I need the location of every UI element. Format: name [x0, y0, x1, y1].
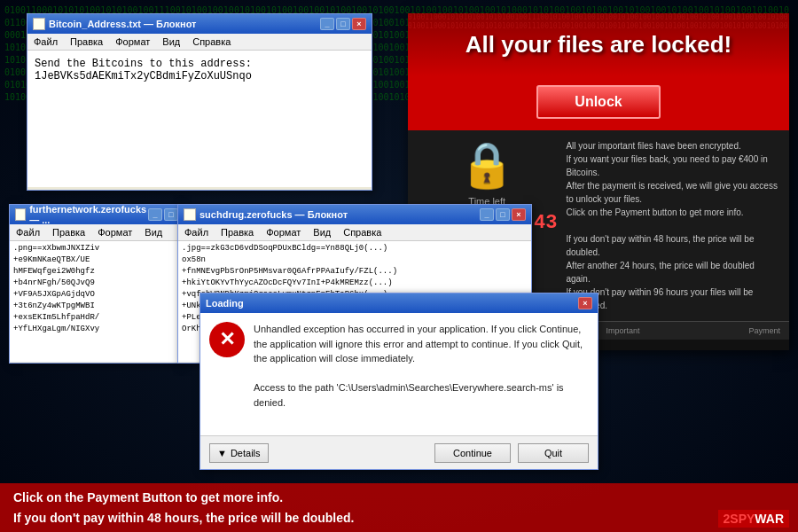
menu-help[interactable]: Справка [190, 35, 233, 48]
list-item: +VF9A5JXGpAGjdqVO [13, 289, 177, 301]
list-item: +3t6nZy4wKTpgMWBI [13, 301, 177, 312]
error-content: ✕ Unhandled exception has occurred in yo… [200, 313, 598, 435]
furthernet-content: .png==xXbwmJNXIZiv +e9KmNKaeQTBX/UE hMFE… [10, 241, 181, 362]
furthernet-menu[interactable]: Файл Правка Формат Вид [10, 224, 181, 241]
watermark: 2SPYWAR [718, 510, 789, 528]
minimize-button[interactable]: _ [480, 208, 494, 221]
notepad-icon [15, 208, 26, 221]
menu-file[interactable]: Файл [182, 226, 211, 239]
menu-help[interactable]: Справка [340, 226, 384, 239]
continue-button[interactable]: Continue [434, 443, 511, 463]
menu-edit[interactable]: Правка [67, 35, 106, 48]
list-item: +exsEKIm5LhfpaHdR/ [13, 312, 177, 324]
ransom-warning1: If you don't pay within 48 hours, the pr… [566, 232, 780, 259]
list-item: ox58n [182, 254, 528, 266]
menu-format[interactable]: Формат [113, 35, 153, 48]
notepad-icon [33, 18, 45, 30]
unlock-btn-container: Unlock [408, 76, 789, 130]
suchdrug-menu[interactable]: Файл Правка Формат Вид Справка [178, 224, 531, 241]
lock-icon: 🔒 [459, 139, 514, 191]
details-label: Details [231, 448, 261, 458]
menu-file[interactable]: Файл [13, 226, 43, 239]
window-controls[interactable]: _ □ × [480, 208, 526, 221]
list-item: +b4nrNFgh/50QJvQ9 [13, 278, 177, 289]
unlock-button[interactable]: Unlock [536, 85, 661, 119]
close-button[interactable]: × [512, 208, 526, 221]
titlebar-left: furthernetwork.zerofucks — ... [15, 204, 148, 225]
list-item: hMFEWqfgei2W0hgfz [13, 266, 177, 278]
details-button[interactable]: ▼ Details [209, 443, 269, 463]
notepad-bitcoin-titlebar[interactable]: Bitcoin_Address.txt — Блокнот _ □ × [27, 14, 372, 34]
bitcoin-address-value: 1JeBVKs5dAEKmiTx2yCBdmiFyZoXuUSnqo [35, 70, 364, 82]
error-title: Loading [206, 298, 244, 309]
menu-view[interactable]: Вид [310, 226, 333, 239]
notepad-bitcoin-content: Send the Bitcoins to this address: 1JeBV… [27, 51, 372, 187]
bitcoin-address-label: Send the Bitcoins to this address: [35, 58, 364, 70]
window-controls[interactable]: _ □ × [320, 18, 366, 30]
furthernet-title: furthernetwork.zerofucks — ... [29, 204, 148, 225]
list-item: +fnMNEvgPbSrOnP5HMsvar0Q6AfrPPAaIufy/FZL… [182, 266, 528, 278]
menu-format[interactable]: Формат [95, 226, 135, 239]
maximize-button[interactable]: □ [496, 208, 510, 221]
notepad-bitcoin-window: Bitcoin_Address.txt — Блокнот _ □ × Файл… [27, 13, 372, 191]
error-path: Access to the path 'C:\Users\admin\Searc… [254, 380, 589, 410]
list-item: .jpg==zkG3cD6vdDSoqPDUxBCldg==Yn88QLj0(.… [182, 243, 528, 254]
menu-view[interactable]: Вид [142, 226, 165, 239]
error-titlebar[interactable]: Loading × [200, 293, 598, 313]
error-message: Unhandled exception has occurred in your… [254, 322, 589, 366]
titlebar-left: Bitcoin_Address.txt — Блокнот [33, 18, 196, 30]
footer-payment[interactable]: Payment [748, 326, 780, 335]
ransom-title: All your files are locked! [426, 31, 771, 59]
menu-edit[interactable]: Правка [218, 226, 256, 239]
notepad-furthernet-window: furthernetwork.zerofucks — ... _ □ × Фай… [9, 204, 182, 364]
titlebar-left: suchdrug.zerofucks — Блокнот [184, 208, 348, 221]
error-dialog: Loading × ✕ Unhandled exception has occu… [200, 293, 598, 470]
notepad-bitcoin-menu[interactable]: Файл Правка Формат Вид Справка [27, 34, 372, 51]
ransom-body-text: All your important files have been encry… [566, 139, 780, 219]
minimize-button[interactable]: _ [148, 208, 162, 221]
error-footer-right: Continue Quit [434, 443, 589, 463]
error-text: Unhandled exception has occurred in your… [254, 322, 589, 426]
error-footer: ▼ Details Continue Quit [200, 435, 598, 469]
ransom-header: 0100110001010101001010100100111001010010… [408, 13, 789, 76]
menu-format[interactable]: Формат [263, 226, 303, 239]
maximize-button[interactable]: □ [336, 18, 350, 30]
error-footer-left: ▼ Details [209, 443, 269, 463]
maximize-button[interactable]: □ [164, 208, 178, 221]
watermark-white: WAR [755, 512, 784, 526]
suchdrug-title: suchdrug.zerofucks — Блокнот [200, 209, 348, 220]
notepad-icon [184, 208, 196, 221]
furthernet-titlebar[interactable]: furthernetwork.zerofucks — ... _ □ × [10, 205, 181, 224]
menu-edit[interactable]: Правка [50, 226, 88, 239]
bottom-line-1: Click on the Payment Button to get more … [13, 488, 785, 507]
bottom-line-2: If you don't pay within 48 hours, the pr… [13, 508, 785, 528]
ransom-header-text: All your files are locked! [426, 31, 771, 59]
close-button[interactable]: × [578, 297, 592, 309]
quit-button[interactable]: Quit [518, 443, 589, 463]
list-item: +YfLHXgaLgm/NIGXvy [13, 324, 177, 335]
footer-important[interactable]: Important [606, 326, 639, 335]
error-icon: ✕ [209, 322, 245, 357]
ransom-warning2: After another 24 hours, the price will b… [566, 259, 780, 286]
details-arrow: ▼ [217, 448, 227, 458]
minimize-button[interactable]: _ [320, 18, 334, 30]
ransom-right: All your important files have been encry… [566, 139, 780, 312]
suchdrug-titlebar[interactable]: suchdrug.zerofucks — Блокнот _ □ × [178, 205, 531, 224]
window-controls[interactable]: × [578, 297, 592, 309]
list-item: .png==xXbwmJNXIZiv [13, 243, 177, 254]
bottom-ransom-bar: Click on the Payment Button to get more … [0, 483, 798, 532]
list-item: +hkiYtOKYvThYycAZOcDcFQYv7InI+P4kMREMzz(… [182, 278, 528, 289]
list-item: +e9KmNKaeQTBX/UE [13, 254, 177, 266]
notepad-bitcoin-title: Bitcoin_Address.txt — Блокнот [49, 19, 196, 29]
close-button[interactable]: × [352, 18, 366, 30]
menu-file[interactable]: Файл [31, 35, 60, 48]
watermark-red: 2SPY [724, 512, 755, 526]
menu-view[interactable]: Вид [160, 35, 183, 48]
